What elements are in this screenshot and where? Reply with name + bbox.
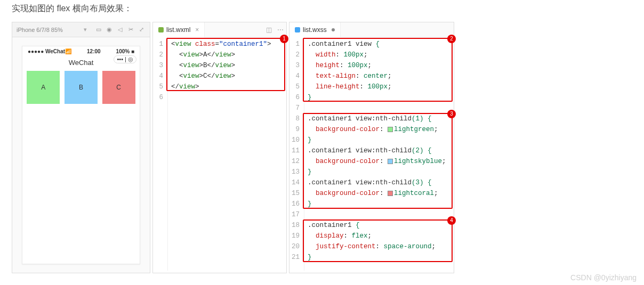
wxml-code[interactable]: 123456 1 <view class="container1"> <view…	[153, 37, 286, 271]
carrier-label: ●●●●● WeChat📶	[28, 48, 71, 54]
annotation-box-3: 3	[303, 113, 453, 209]
wxml-editor: list.wxml × ◫ ⋯ 123456 1 <view class="co…	[152, 22, 287, 273]
phone-icon[interactable]: ▭	[94, 26, 103, 33]
device-selector[interactable]: iPhone 6/7/8 85%	[17, 27, 84, 33]
record-icon[interactable]: ◉	[105, 26, 114, 33]
more-icon[interactable]: ⋯	[275, 26, 286, 34]
share-icon[interactable]: ◁	[116, 26, 124, 33]
annotation-box-1: 1	[166, 38, 285, 91]
expand-icon[interactable]: ⤢	[137, 26, 146, 33]
box-c: C	[102, 71, 135, 104]
chevron-down-icon[interactable]: ▾	[84, 26, 87, 33]
nav-bar: WeChat ••• | ◎	[22, 56, 140, 71]
wxss-file-icon	[295, 27, 300, 32]
tab-list-wxml[interactable]: list.wxml ×	[153, 22, 205, 37]
wxss-editor: list.wxss 123456789101112131415161718192…	[289, 22, 454, 273]
box-b: B	[65, 71, 98, 104]
wxml-file-icon	[158, 27, 164, 32]
annotation-badge-3: 3	[447, 110, 456, 118]
annotation-badge-2: 2	[447, 35, 456, 43]
simulator-panel: iPhone 6/7/8 85% ▾ ▭ ◉ ◁ ✂ ⤢ ●●●●● WeCha…	[12, 22, 150, 273]
wxss-filename: list.wxss	[303, 26, 327, 34]
unsaved-dot-icon	[332, 28, 335, 31]
capsule-button[interactable]: ••• | ◎	[114, 55, 136, 63]
simulator-toolbar: iPhone 6/7/8 85% ▾ ▭ ◉ ◁ ✂ ⤢	[12, 22, 150, 37]
battery-label: 100% ■	[116, 48, 134, 54]
wxss-code[interactable]: 123456789101112131415161718192021 2 3 4 …	[289, 37, 454, 271]
wxml-filename: list.wxml	[166, 26, 190, 34]
cut-icon[interactable]: ✂	[126, 26, 135, 33]
page-title: 实现如图的 flex 横向布局效果：	[0, 0, 644, 22]
annotation-badge-1: 1	[280, 35, 288, 43]
close-icon[interactable]: ×	[195, 26, 199, 34]
app-title: WeChat	[69, 59, 94, 67]
flex-container: A B C	[22, 71, 140, 104]
box-a: A	[27, 71, 60, 104]
time-label: 12:00	[87, 48, 101, 54]
split-icon[interactable]: ◫	[263, 26, 275, 34]
wxml-tabbar: list.wxml × ◫ ⋯	[153, 22, 286, 37]
wxss-tabbar: list.wxss	[289, 22, 454, 37]
annotation-badge-4: 4	[447, 216, 456, 225]
tab-list-wxss[interactable]: list.wxss	[289, 22, 341, 37]
phone-frame: ●●●●● WeChat📶 12:00 100% ■ WeChat ••• | …	[22, 46, 140, 264]
annotation-box-4: 4	[303, 219, 453, 262]
annotation-box-2: 2	[303, 38, 453, 102]
watermark: CSDN @0yizhiyang	[570, 273, 637, 282]
